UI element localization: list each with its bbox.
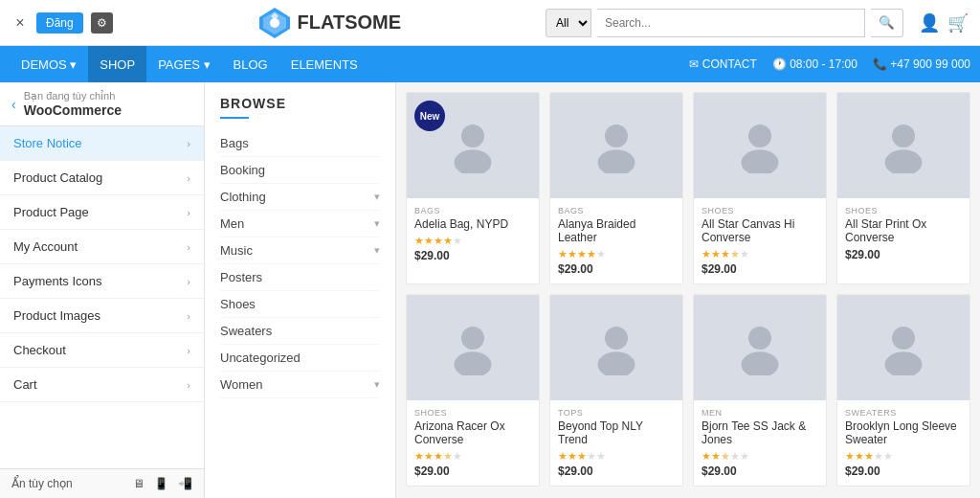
monitor-icon[interactable]: 🖥: [133, 477, 145, 490]
browse-item-shoes[interactable]: Shoes: [220, 291, 380, 318]
product-price: $29.00: [558, 262, 675, 276]
svg-point-11: [885, 149, 923, 173]
browse-item-posters[interactable]: Posters: [220, 264, 380, 291]
search-input[interactable]: [597, 9, 865, 37]
product-grid: New BAGS Adelia Bag, NYPD ★★★★★ $29.00: [406, 92, 970, 487]
nav-bar: DEMOS ▾ SHOP PAGES ▾ BLOG ELEMENTS ✉ CON…: [0, 46, 980, 82]
browse-title: BROWSE: [220, 96, 380, 111]
logo-icon: [257, 6, 292, 40]
gear-button[interactable]: ⚙: [91, 12, 113, 34]
star-filled: ★: [414, 235, 424, 246]
product-card[interactable]: SHOES Arizona Racer Ox Converse ★★★★★ $2…: [406, 294, 540, 487]
phone-info: 📞 +47 900 99 000: [873, 57, 970, 71]
sidebar-item-label: Payments Icons: [13, 274, 102, 288]
svg-point-15: [598, 351, 635, 375]
browse-item-bags[interactable]: Bags: [220, 130, 380, 157]
browse-item-sweaters[interactable]: Sweaters: [220, 318, 380, 345]
search-category-select[interactable]: All: [546, 9, 591, 37]
tablet-icon[interactable]: 📱: [154, 477, 168, 490]
star-filled: ★: [711, 248, 721, 260]
sidebar-back-button[interactable]: ‹ Bạn đang tùy chỉnh WooCommerce: [0, 82, 204, 126]
product-card[interactable]: MEN Bjorn Tee SS Jack & Jones ★★★★★ $29.…: [693, 294, 827, 487]
cart-icon[interactable]: 🛒: [947, 12, 969, 34]
sidebar-item-store-notice[interactable]: Store Notice›: [0, 126, 204, 161]
product-card[interactable]: SWEATERS Brooklyn Long Sleeve Sweater ★★…: [836, 294, 970, 487]
browse-item-men[interactable]: Men▾: [220, 211, 380, 238]
svg-point-12: [461, 327, 484, 350]
chevron-down-icon: ▾: [374, 217, 380, 230]
browse-item-label: Bags: [220, 136, 249, 150]
product-card[interactable]: BAGS Alanya Braided Leather ★★★★★ $29.00: [549, 92, 683, 284]
product-stars: ★★★★★: [558, 450, 675, 463]
sidebar-item-product-page[interactable]: Product Page›: [0, 195, 204, 230]
dang-button[interactable]: Đăng: [36, 12, 83, 34]
star-filled: ★: [721, 248, 730, 260]
product-card[interactable]: New BAGS Adelia Bag, NYPD ★★★★★ $29.00: [406, 92, 540, 284]
browse-item-label: Clothing: [220, 190, 266, 204]
product-avatar: [588, 318, 645, 378]
search-area: All 🔍 👤 🛒: [546, 9, 969, 37]
product-card[interactable]: SHOES All Star Canvas Hi Converse ★★★★★ …: [693, 92, 827, 284]
sidebar-item-checkout[interactable]: Checkout›: [0, 333, 204, 368]
chevron-right-icon: ›: [187, 172, 190, 184]
product-name: Beyond Top NLY Trend: [558, 419, 675, 446]
star-filled: ★: [443, 235, 453, 246]
product-name: Brooklyn Long Sleeve Sweater: [845, 419, 962, 446]
sidebar-item-payments-icons[interactable]: Payments Icons›: [0, 264, 204, 299]
nav-item-pages[interactable]: PAGES ▾: [146, 46, 221, 82]
search-icon: 🔍: [879, 15, 895, 30]
content-area: BROWSE BagsBookingClothing▾Men▾Music▾Pos…: [205, 82, 980, 498]
sidebar-item-label: Product Images: [13, 308, 100, 323]
svg-point-14: [605, 327, 628, 350]
search-button[interactable]: 🔍: [871, 9, 903, 37]
hide-options-label[interactable]: Ẩn tùy chọn: [11, 477, 73, 490]
product-avatar: [731, 318, 789, 378]
star-filled: ★: [577, 248, 587, 260]
product-category: SHOES: [414, 408, 531, 418]
sidebar-item-product-images[interactable]: Product Images›: [0, 299, 204, 333]
browse-item-label: Sweaters: [220, 324, 272, 338]
contact-link[interactable]: ✉ CONTACT: [689, 57, 756, 71]
product-name: All Star Print Ox Converse: [845, 217, 962, 244]
sidebar-item-cart[interactable]: Cart›: [0, 368, 204, 402]
browse-item-booking[interactable]: Booking: [220, 157, 380, 184]
browse-item-uncategorized[interactable]: Uncategorized: [220, 345, 380, 372]
svg-point-13: [455, 351, 492, 375]
star-half: ★: [443, 450, 453, 462]
close-button[interactable]: ×: [11, 14, 29, 32]
star-empty: ★: [453, 450, 462, 462]
sidebar-item-label: Product Catalog: [13, 170, 102, 185]
sidebar-item-product-catalog[interactable]: Product Catalog›: [0, 161, 204, 195]
product-image: [407, 295, 539, 400]
star-filled: ★: [568, 248, 577, 260]
mobile-icon[interactable]: 📲: [178, 477, 192, 490]
product-card[interactable]: SHOES All Star Print Ox Converse $29.00: [836, 92, 970, 284]
product-name: Adelia Bag, NYPD: [414, 217, 531, 231]
product-avatar: [444, 116, 501, 176]
star-half: ★: [730, 248, 740, 260]
browse-item-clothing[interactable]: Clothing▾: [220, 184, 380, 211]
nav-item-shop[interactable]: SHOP: [88, 46, 146, 82]
app-name: WooCommerce: [24, 102, 122, 118]
product-name: Arizona Racer Ox Converse: [414, 419, 531, 446]
svg-point-10: [892, 124, 915, 147]
nav-item-demos[interactable]: DEMOS ▾: [10, 46, 88, 82]
star-empty: ★: [587, 450, 596, 462]
product-category: SHOES: [845, 206, 962, 215]
sidebar-item-label: Product Page: [13, 205, 89, 219]
browse-item-music[interactable]: Music▾: [220, 238, 380, 264]
browse-item-women[interactable]: Women▾: [220, 372, 380, 398]
star-filled: ★: [434, 450, 443, 462]
star-filled: ★: [558, 450, 568, 462]
star-filled: ★: [414, 450, 424, 462]
product-avatar: [875, 318, 932, 378]
account-icon[interactable]: 👤: [919, 12, 940, 34]
product-info: SHOES All Star Print Ox Converse $29.00: [837, 198, 969, 269]
site-logo[interactable]: FLATSOME: [257, 6, 402, 40]
product-card[interactable]: TOPS Beyond Top NLY Trend ★★★★★ $29.00: [549, 294, 683, 487]
product-info: SWEATERS Brooklyn Long Sleeve Sweater ★★…: [837, 400, 969, 486]
nav-item-elements[interactable]: ELEMENTS: [279, 46, 369, 82]
star-half: ★: [721, 450, 730, 462]
sidebar-item-my-account[interactable]: My Account›: [0, 230, 204, 264]
nav-item-blog[interactable]: BLOG: [222, 46, 279, 82]
